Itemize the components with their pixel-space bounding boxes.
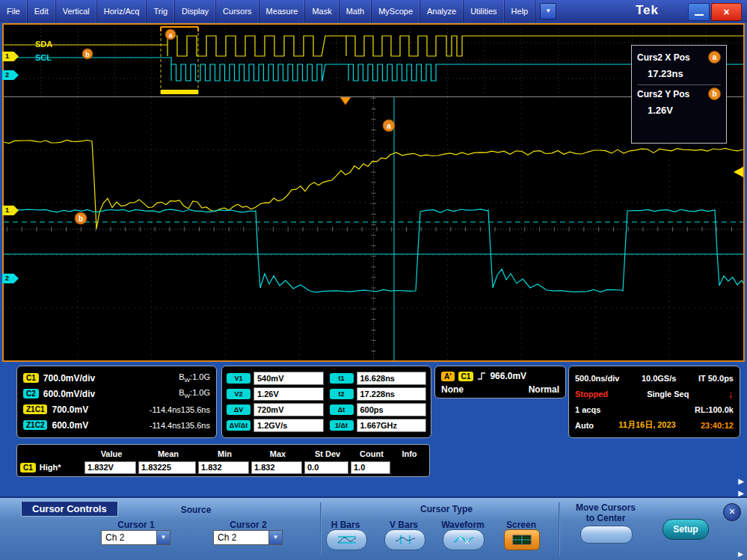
dv-badge: ΔV	[227, 404, 250, 415]
meas-source-badge: C1	[20, 463, 36, 473]
cursor2-chevron-down-icon[interactable]: ▼	[268, 531, 282, 544]
menu-measure[interactable]: Measure	[259, 0, 306, 22]
menu-help[interactable]: Help	[505, 0, 536, 22]
menu-overflow-chevron-down-icon[interactable]: ▼	[540, 3, 556, 19]
dt-badge: Δt	[330, 404, 354, 415]
horizontal-status-box: 500.0ns/div 10.0GS/s IT 50.0ps Stopped S…	[568, 366, 740, 438]
menu-analyze[interactable]: Analyze	[420, 0, 464, 22]
cursor-controls-panel: Cursor Controls Source Cursor 1 Ch 2 ▼ C…	[0, 496, 747, 560]
v1-badge: V1	[227, 373, 250, 384]
t1-value: 16.628ns	[357, 372, 427, 385]
trigger-status-box: A' C1 966.0mV None Normal	[434, 366, 566, 399]
menu-file[interactable]: File	[0, 0, 28, 22]
col-info: Info	[393, 449, 426, 458]
zoom1-ch1-row: Z1C1 700.0mV -114.4ns135.6ns	[23, 401, 210, 417]
screen-button[interactable]	[504, 529, 540, 550]
menu-display[interactable]: Display	[175, 0, 216, 22]
trigger-level-arrow-icon[interactable]	[734, 167, 743, 177]
meas-info	[393, 462, 424, 473]
graticule-ticks	[7, 99, 731, 351]
record-length: RL:100.0k	[695, 405, 734, 414]
meas-name: High*	[40, 463, 61, 472]
menu-trig[interactable]: Trig	[147, 0, 175, 22]
waveform-button[interactable]	[443, 529, 485, 550]
oscilloscope-app: File Edit Vertical Horiz/Acq Trig Displa…	[0, 0, 747, 560]
dvdt-badge: ΔV/Δt	[227, 420, 250, 431]
close-button[interactable]: ×	[711, 3, 742, 21]
move-cursors-button[interactable]	[580, 526, 633, 544]
menu-horiz-acq[interactable]: Horiz/Acq	[97, 0, 147, 22]
inv-dt-badge: 1/Δt	[330, 420, 354, 431]
cursor-type-label: Cursor Type	[398, 504, 495, 514]
meas-value: 1.832V	[84, 461, 136, 474]
cursor-a-letter: a	[387, 122, 391, 130]
ch1-settings-row: C1 700.0mV/div BW:1.0G	[23, 370, 210, 386]
menu-bar: File Edit Vertical Horiz/Acq Trig Displa…	[0, 0, 747, 22]
menu-mask[interactable]: Mask	[305, 0, 339, 22]
col-min: Min	[198, 449, 251, 458]
menu-cursors[interactable]: Cursors	[216, 0, 259, 22]
curs2-x-value: 17.23ns	[648, 68, 721, 79]
sample-rate: 10.0GS/s	[642, 374, 676, 383]
vbars-icon	[394, 535, 416, 545]
single-seq-arrow-icon: ↓	[728, 388, 734, 399]
minimize-button[interactable]	[688, 3, 710, 21]
ch2-settings-row: C2 600.0mV/div BW:1.0G	[23, 386, 210, 401]
menu-edit[interactable]: Edit	[28, 0, 56, 22]
panel-title: Cursor Controls	[21, 501, 118, 517]
vertical-settings-box: C1 700.0mV/div BW:1.0G C2 600.0mV/div BW…	[16, 366, 217, 438]
hbars-button[interactable]	[326, 529, 367, 550]
measurement-row: C1 High* 1.832V 1.83225 1.832 1.832 0.0 …	[20, 461, 426, 474]
menu-vertical[interactable]: Vertical	[56, 0, 97, 22]
vbars-button[interactable]	[384, 529, 425, 550]
col-value: Value	[84, 449, 138, 458]
cursor2-source-select[interactable]: Ch 2 ▼	[213, 530, 283, 545]
trigger-mode: Normal	[529, 384, 559, 395]
menu-myscope[interactable]: MyScope	[372, 0, 420, 22]
trigger-source-badge: C1	[458, 372, 474, 381]
hbars-label: H Bars	[319, 520, 372, 530]
sda-trace-label: SDA	[35, 40, 52, 49]
menu-math[interactable]: Math	[339, 0, 372, 22]
meas-mean: 1.83225	[138, 461, 196, 474]
trigger-holdoff: None	[441, 384, 464, 395]
z1c1-badge: Z1C1	[23, 404, 47, 414]
zoom-region-bar[interactable]	[161, 90, 198, 94]
ch2-badge: C2	[23, 389, 39, 399]
cursor-b-letter: b	[85, 51, 90, 58]
trigger-level: 966.0mV	[490, 371, 526, 381]
move-cursors-label: Move Cursors to Center	[567, 502, 645, 523]
time-label: 23:40:12	[701, 421, 734, 430]
cursor2-label: Cursor 2	[222, 520, 274, 530]
hbars-icon	[336, 535, 358, 545]
screen-label: Screen	[495, 520, 547, 530]
t1-badge: t1	[330, 373, 354, 384]
z1c1-scale: 700.0mV	[52, 404, 88, 415]
acq-count: 1 acqs	[575, 405, 600, 414]
meas-count: 1.0	[351, 461, 390, 474]
trigger-position-icon[interactable]	[340, 97, 351, 105]
col-stdev: St Dev	[304, 449, 351, 458]
setup-button[interactable]: Setup	[663, 519, 709, 540]
panel-corner-arrow-icon[interactable]: ▶	[738, 550, 743, 558]
ch1-badge: C1	[23, 373, 39, 383]
panel-close-icon[interactable]: ×	[723, 503, 741, 521]
inv-dt-value: 1.667GHz	[357, 419, 427, 432]
cursor-measurements-box: V1540mV V21.26V ΔV720mV ΔV/Δt1.2GV/s t11…	[221, 366, 431, 438]
v2-badge: V2	[227, 389, 250, 399]
z1c2-badge: Z1C2	[23, 420, 47, 430]
cursor-b-letter: b	[79, 215, 83, 223]
menu-utilities[interactable]: Utilities	[464, 0, 504, 22]
date-label: 11月16日, 2023	[618, 419, 675, 431]
screen-icon	[512, 535, 532, 545]
z1c2-position: -114.4ns135.6ns	[150, 421, 210, 430]
dvdt-value: 1.2GV/s	[253, 419, 324, 432]
panel-expand-arrow-icon[interactable]: ▶	[738, 478, 744, 485]
cursor1-source-select[interactable]: Ch 2 ▼	[101, 530, 170, 545]
ch1-bandwidth: BW:1.0G	[179, 372, 210, 384]
cursor1-source-value: Ch 2	[102, 531, 156, 544]
cursor1-chevron-down-icon[interactable]: ▼	[156, 531, 170, 544]
meas-min: 1.832	[198, 461, 249, 474]
it-resolution: IT 50.0ps	[698, 374, 734, 383]
t2-badge: t2	[330, 389, 354, 399]
